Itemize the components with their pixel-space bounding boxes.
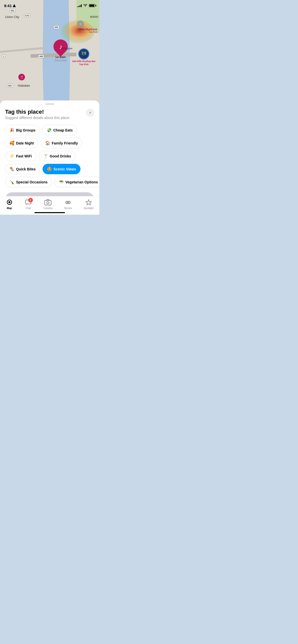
svg-rect-4 bbox=[45, 200, 51, 205]
road-676: 676 bbox=[24, 14, 30, 18]
tag-good-drinks[interactable]: 🍸 Good Drinks bbox=[39, 151, 75, 161]
close-button[interactable]: × bbox=[86, 109, 94, 117]
chat-badge: 2 bbox=[28, 198, 33, 202]
chat-label: Chat bbox=[25, 207, 31, 210]
cheap-eats-emoji: 💸 bbox=[47, 128, 52, 133]
nav-stories[interactable]: Stories bbox=[64, 199, 72, 210]
nav-chat[interactable]: 2 Chat bbox=[25, 199, 32, 210]
wifi-icon bbox=[83, 4, 87, 7]
signal-icon bbox=[77, 4, 82, 7]
camera-icon bbox=[44, 199, 51, 206]
svg-point-2 bbox=[8, 201, 10, 203]
special-occasions-label: Special Occasions bbox=[16, 180, 48, 184]
tag-special-occasions[interactable]: 🍾 Special Occasions bbox=[5, 177, 52, 187]
road-495: 495 bbox=[38, 55, 44, 58]
svg-marker-10 bbox=[86, 200, 91, 205]
good-drinks-emoji: 🍸 bbox=[43, 154, 48, 158]
tag-vegetarian-options[interactable]: 🥗 Vegetarian Options bbox=[55, 177, 99, 187]
tags-row-5: 🍾 Special Occasions 🥗 Vegetarian Options bbox=[5, 177, 94, 187]
tag-big-groups[interactable]: 🎉 Big Groups bbox=[5, 125, 40, 135]
sheet-title: Tag this place! bbox=[5, 109, 70, 115]
fast-wifi-emoji: ⚡ bbox=[9, 154, 15, 158]
fifth-marker: 🌃 230 Fifth Rooftop BarTop Pick bbox=[72, 48, 96, 66]
status-time: 9:41 bbox=[4, 4, 16, 8]
map-icon bbox=[6, 199, 13, 206]
road-681b: 681 bbox=[7, 84, 13, 87]
vegetarian-emoji: 🥗 bbox=[59, 180, 64, 184]
cheap-eats-label: Cheap Eats bbox=[53, 128, 73, 132]
lebain-pin: ♪ Le BainFavourited bbox=[53, 39, 68, 62]
tag-cheap-eats[interactable]: 💸 Cheap Eats bbox=[42, 125, 77, 135]
status-bar: 9:41 bbox=[0, 0, 99, 11]
camera-label: Camera bbox=[43, 207, 52, 210]
sheet-handle bbox=[45, 104, 54, 105]
road-1: 1 bbox=[2, 55, 5, 58]
restaurant-pin: 🍴 bbox=[18, 74, 25, 80]
tags-row-3: ⚡ Fast WiFi 🍸 Good Drinks bbox=[5, 151, 94, 161]
tag-fast-wifi[interactable]: ⚡ Fast WiFi bbox=[5, 151, 36, 161]
nav-map[interactable]: Map bbox=[6, 199, 13, 210]
tags-row-2: 🥰 Date Night 🏠 Family Friendly bbox=[5, 138, 94, 148]
date-night-label: Date Night bbox=[16, 141, 34, 145]
spotlight-icon bbox=[85, 199, 92, 206]
date-night-emoji: 🥰 bbox=[9, 141, 15, 145]
quick-bites-emoji: 🌯 bbox=[9, 167, 15, 171]
family-friendly-emoji: 🏠 bbox=[45, 141, 50, 145]
home-indicator bbox=[34, 212, 65, 213]
road-505: 505 bbox=[53, 25, 59, 29]
big-groups-label: Big Groups bbox=[16, 128, 35, 132]
special-occasions-emoji: 🍾 bbox=[9, 180, 15, 184]
tag-family-friendly[interactable]: 🏠 Family Friendly bbox=[41, 138, 82, 148]
sheet-subtitle: Suggest different details about this pla… bbox=[5, 116, 70, 120]
tags-row-1: 🎉 Big Groups 💸 Cheap Eats bbox=[5, 125, 94, 135]
nav-camera[interactable]: Camera bbox=[43, 199, 52, 210]
battery-icon bbox=[89, 4, 95, 7]
stories-icon bbox=[64, 199, 72, 206]
blue-nightclub-label: Blue Nightclub Top Pick bbox=[79, 28, 97, 33]
marquee-label: Marquee bbox=[62, 47, 72, 50]
vegetarian-label: Vegetarian Options bbox=[65, 180, 98, 184]
map-label: Map bbox=[7, 207, 12, 210]
svg-marker-0 bbox=[13, 4, 16, 7]
good-drinks-label: Good Drinks bbox=[50, 154, 71, 158]
tags-grid: 🎉 Big Groups 💸 Cheap Eats 🥰 Date Night 🏠… bbox=[5, 125, 94, 187]
nav-spotlight[interactable]: Spotlight bbox=[84, 199, 93, 210]
fast-wifi-label: Fast WiFi bbox=[16, 154, 32, 158]
status-icons bbox=[77, 4, 95, 7]
tag-quick-bites[interactable]: 🌯 Quick Bites bbox=[5, 164, 40, 174]
tag-date-night[interactable]: 🥰 Date Night bbox=[5, 138, 38, 148]
family-friendly-label: Family Friendly bbox=[52, 141, 78, 145]
spotlight-label: Spotlight bbox=[84, 207, 93, 210]
stories-label: Stories bbox=[64, 207, 72, 210]
sheet-header: Tag this place! Suggest different detail… bbox=[5, 109, 94, 120]
scenic-views-emoji: 🤩 bbox=[47, 167, 52, 171]
hoboken-label: Hoboken bbox=[18, 84, 30, 87]
big-groups-emoji: 🎉 bbox=[9, 128, 15, 133]
tags-row-4: 🌯 Quick Bites 🤩 Scenic Views bbox=[5, 164, 94, 174]
tag-scenic-views[interactable]: 🤩 Scenic Views bbox=[43, 164, 80, 174]
chat-icon: 2 bbox=[25, 199, 32, 206]
svg-point-5 bbox=[47, 202, 49, 204]
union-city-label: Union City bbox=[5, 15, 19, 19]
manhattan-label: MANH bbox=[90, 15, 98, 18]
quick-bites-label: Quick Bites bbox=[16, 167, 36, 171]
scenic-views-label: Scenic Views bbox=[53, 167, 76, 171]
